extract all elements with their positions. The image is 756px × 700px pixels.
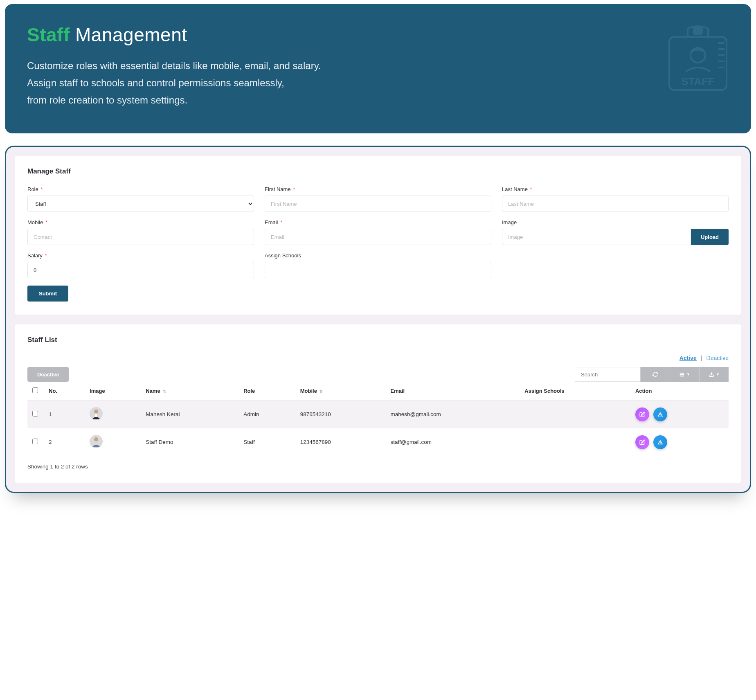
warning-button[interactable] bbox=[653, 407, 667, 421]
salary-field: Salary * bbox=[27, 252, 254, 278]
role-label: Role * bbox=[27, 186, 254, 192]
edit-icon bbox=[639, 439, 645, 445]
email-field: Email * bbox=[265, 219, 491, 245]
salary-input[interactable] bbox=[27, 262, 254, 278]
col-mobile[interactable]: Mobile bbox=[295, 382, 386, 401]
staff-table: No. Image Name Role Mobile Email Assign … bbox=[27, 382, 729, 456]
email-label: Email * bbox=[265, 219, 491, 225]
assign-schools-field: Assign Schools bbox=[265, 252, 491, 278]
filter-active-link[interactable]: Active bbox=[680, 355, 697, 361]
svg-rect-13 bbox=[680, 376, 681, 376]
filter-separator: | bbox=[701, 355, 702, 361]
status-filter-tabs: Active | Deactive bbox=[27, 355, 729, 361]
first-name-label: First Name * bbox=[265, 186, 491, 192]
last-name-field: Last Name * bbox=[502, 186, 729, 212]
row-checkbox[interactable] bbox=[32, 411, 38, 416]
warning-icon bbox=[657, 412, 663, 417]
hero-title-rest: Management bbox=[75, 24, 187, 45]
assign-schools-label: Assign Schools bbox=[265, 252, 491, 259]
cell-name: Mahesh Kerai bbox=[141, 401, 239, 428]
table-row: 1 Mahesh Kerai Admin 9876543210 mahesh@g… bbox=[27, 401, 729, 428]
cell-no: 1 bbox=[44, 401, 85, 428]
svg-text:STAFF: STAFF bbox=[681, 75, 715, 88]
svg-point-17 bbox=[94, 437, 98, 441]
first-name-input[interactable] bbox=[265, 196, 491, 212]
svg-rect-14 bbox=[681, 376, 684, 376]
warning-button[interactable] bbox=[653, 435, 667, 449]
pagination-info: Showing 1 to 2 of 2 rows bbox=[27, 464, 729, 470]
svg-point-15 bbox=[94, 410, 98, 414]
cell-mobile: 9876543210 bbox=[295, 401, 386, 428]
caret-down-icon: ▼ bbox=[686, 372, 690, 376]
mobile-label: Mobile * bbox=[27, 219, 254, 225]
col-role: Role bbox=[239, 382, 295, 401]
salary-label: Salary * bbox=[27, 252, 254, 259]
col-no: No. bbox=[44, 382, 85, 401]
refresh-button[interactable] bbox=[640, 367, 670, 382]
list-icon bbox=[679, 371, 685, 377]
export-button[interactable]: ▼ bbox=[699, 367, 729, 382]
avatar bbox=[90, 407, 103, 420]
columns-button[interactable]: ▼ bbox=[670, 367, 699, 382]
col-action: Action bbox=[630, 382, 729, 401]
hero-subtitle: Customize roles with essential details l… bbox=[27, 57, 729, 109]
search-input[interactable] bbox=[575, 367, 640, 382]
cell-email: mahesh@gmail.com bbox=[385, 401, 520, 428]
hero-banner: Staff Management Customize roles with es… bbox=[5, 4, 751, 133]
refresh-icon bbox=[652, 371, 658, 377]
staff-list-card: Staff List Active | Deactive Deactive ▼ … bbox=[15, 324, 741, 483]
first-name-field: First Name * bbox=[265, 186, 491, 212]
col-name[interactable]: Name bbox=[141, 382, 239, 401]
main-panel: Manage Staff Role * Staff First Name * L… bbox=[5, 146, 751, 493]
svg-rect-11 bbox=[680, 374, 681, 375]
upload-button[interactable]: Upload bbox=[691, 229, 729, 245]
email-input[interactable] bbox=[265, 229, 491, 245]
image-label: Image bbox=[502, 219, 729, 225]
role-select[interactable]: Staff bbox=[27, 196, 254, 212]
mobile-field: Mobile * bbox=[27, 219, 254, 245]
role-field: Role * Staff bbox=[27, 186, 254, 212]
svg-rect-12 bbox=[681, 374, 684, 375]
edit-icon bbox=[639, 412, 645, 417]
image-input[interactable] bbox=[502, 229, 691, 245]
edit-button[interactable] bbox=[635, 407, 649, 421]
hero-title-accent: Staff bbox=[27, 24, 70, 45]
col-assign-schools: Assign Schools bbox=[520, 382, 630, 401]
submit-button[interactable]: Submit bbox=[27, 286, 68, 302]
bulk-deactive-button[interactable]: Deactive bbox=[27, 367, 69, 382]
svg-rect-9 bbox=[680, 373, 681, 374]
table-row: 2 Staff Demo Staff 1234567890 staff@gmai… bbox=[27, 428, 729, 456]
warning-icon bbox=[657, 439, 663, 445]
col-email: Email bbox=[385, 382, 520, 401]
row-checkbox[interactable] bbox=[32, 439, 38, 444]
cell-name: Staff Demo bbox=[141, 428, 239, 456]
caret-down-icon: ▼ bbox=[716, 372, 720, 376]
select-all-checkbox[interactable] bbox=[32, 387, 38, 393]
edit-button[interactable] bbox=[635, 435, 649, 449]
download-icon bbox=[709, 371, 714, 377]
cell-role: Staff bbox=[239, 428, 295, 456]
svg-rect-16 bbox=[95, 414, 97, 417]
manage-staff-card: Manage Staff Role * Staff First Name * L… bbox=[15, 156, 741, 315]
image-field: Image Upload bbox=[502, 219, 729, 245]
last-name-input[interactable] bbox=[502, 196, 729, 212]
hero-title: Staff Management bbox=[27, 24, 729, 46]
cell-no: 2 bbox=[44, 428, 85, 456]
staff-badge-icon: STAFF bbox=[665, 25, 731, 94]
svg-rect-1 bbox=[694, 27, 702, 34]
table-controls: Deactive ▼ ▼ bbox=[27, 367, 729, 382]
svg-rect-10 bbox=[681, 373, 684, 374]
cell-role: Admin bbox=[239, 401, 295, 428]
avatar bbox=[90, 435, 103, 448]
filter-deactive-link[interactable]: Deactive bbox=[706, 355, 729, 361]
cell-assign-schools bbox=[520, 428, 630, 456]
cell-mobile: 1234567890 bbox=[295, 428, 386, 456]
col-image: Image bbox=[85, 382, 141, 401]
last-name-label: Last Name * bbox=[502, 186, 729, 192]
manage-staff-heading: Manage Staff bbox=[27, 167, 729, 176]
cell-assign-schools bbox=[520, 401, 630, 428]
mobile-input[interactable] bbox=[27, 229, 254, 245]
staff-list-heading: Staff List bbox=[27, 336, 729, 344]
assign-schools-input[interactable] bbox=[265, 262, 491, 278]
cell-email: staff@gmail.com bbox=[385, 428, 520, 456]
